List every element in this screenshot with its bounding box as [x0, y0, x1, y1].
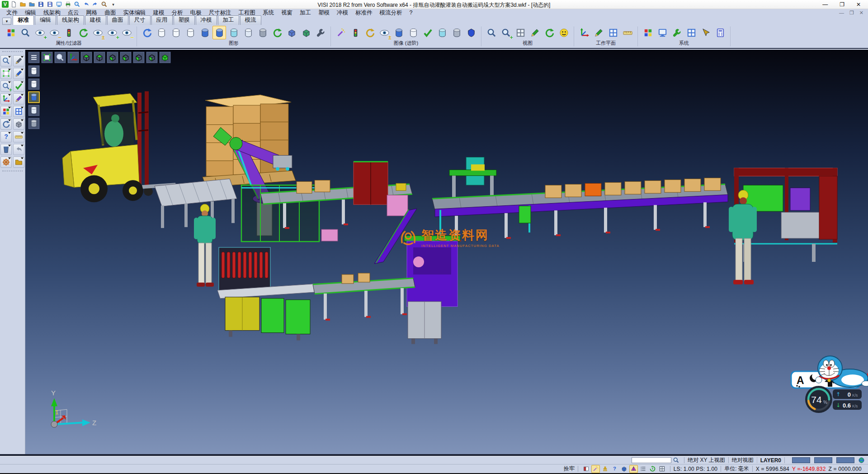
desktop-overlay-widget[interactable]: A	[761, 350, 868, 422]
menu-item[interactable]: 系统	[259, 9, 278, 17]
attr-brush-icon[interactable]	[4, 26, 18, 39]
dock-grip[interactable]	[2, 51, 23, 53]
multi-window-icon[interactable]	[658, 465, 666, 473]
view-right-icon[interactable]	[120, 52, 132, 63]
cpl-axis-icon[interactable]	[0, 93, 12, 104]
shaded-selected-icon[interactable]	[212, 26, 226, 39]
child-minimize-button[interactable]: —	[839, 10, 844, 16]
print-icon[interactable]	[64, 0, 72, 8]
menu-item[interactable]: 标准件	[352, 9, 376, 17]
confirm-check-icon[interactable]	[13, 81, 24, 92]
wp-sketch-icon[interactable]	[592, 26, 605, 39]
zoom-highlight-icon[interactable]	[0, 55, 12, 66]
adv-lights-icon[interactable]	[349, 26, 362, 39]
adv-cone-icon[interactable]	[464, 26, 478, 39]
render-tools-icon[interactable]	[314, 26, 327, 39]
ribbon-tab[interactable]: 加工	[218, 15, 239, 25]
view-mode-selector[interactable]: 绝对 XY 上视图	[688, 456, 725, 464]
visibility-refresh-icon[interactable]	[76, 26, 90, 39]
adv-toggle-icon[interactable]: ±	[377, 26, 391, 39]
absolute-view-selector[interactable]: 绝对视图	[732, 456, 754, 464]
view-sketch-icon[interactable]	[528, 26, 542, 39]
show-toggle-icon[interactable]: ±	[91, 26, 104, 39]
adv-shaded-icon[interactable]	[392, 26, 406, 39]
solid-copy-icon[interactable]	[285, 26, 298, 39]
help-icon[interactable]	[0, 131, 12, 142]
sys-colors-icon[interactable]	[641, 26, 655, 39]
show-add-icon[interactable]: +	[33, 26, 47, 39]
ribbon-tab[interactable]: 线架构	[57, 15, 84, 25]
filter-lights-icon[interactable]	[62, 26, 75, 39]
restore-button[interactable]: ❐	[840, 1, 844, 8]
adv-refresh-icon[interactable]	[363, 26, 377, 39]
regen-solid-icon[interactable]	[270, 26, 284, 39]
wireframe-1-icon[interactable]	[155, 26, 168, 39]
snap-pyramid-icon[interactable]	[629, 465, 638, 473]
wp-axes-icon[interactable]	[577, 26, 591, 39]
ribbon-tab[interactable]: 编辑	[35, 15, 56, 25]
viewport-3d[interactable]: 1 Y Z 智造资料网	[25, 50, 868, 454]
fit-frame-icon[interactable]	[0, 68, 12, 79]
sys-settings-icon[interactable]	[670, 26, 684, 39]
render-wire-a-icon[interactable]	[28, 65, 40, 77]
minimize-button[interactable]: —	[822, 1, 828, 8]
lock-book-icon[interactable]	[582, 465, 590, 473]
ribbon-tab[interactable]: 曲面	[107, 15, 128, 25]
zoom-window-icon[interactable]: +	[499, 26, 513, 39]
undo-op-icon[interactable]	[13, 144, 24, 155]
close-button[interactable]: ✕	[856, 1, 861, 8]
regen-view-icon[interactable]	[0, 118, 12, 130]
menu-item[interactable]: 模流分析	[376, 9, 406, 17]
attr-stamp-icon[interactable]	[601, 465, 609, 473]
view-top-icon[interactable]	[80, 52, 92, 63]
adv-verify-icon[interactable]	[421, 26, 434, 39]
tab-dropdown-icon[interactable]: ▾	[2, 18, 11, 25]
new-file-icon[interactable]	[10, 0, 18, 8]
view-face-icon[interactable]	[557, 26, 571, 39]
status-search-input[interactable]	[632, 457, 671, 463]
quick-access-more-icon[interactable]: ▾	[109, 0, 117, 8]
navigate-wheel-icon[interactable]	[0, 156, 12, 168]
item-list-icon[interactable]	[639, 465, 647, 473]
status-help-icon[interactable]	[610, 465, 619, 473]
child-restore-button[interactable]: ❐	[849, 10, 854, 16]
zoom-all-icon[interactable]	[485, 26, 498, 39]
adv-wire-icon[interactable]	[450, 26, 463, 39]
redo-icon[interactable]	[91, 0, 99, 8]
cpu-gauge[interactable]: 74 %	[804, 385, 834, 414]
adv-pale-icon[interactable]	[406, 26, 420, 39]
show-remove-icon[interactable]: −	[47, 26, 61, 39]
render-shaded-icon[interactable]	[28, 91, 40, 103]
delete-icon[interactable]	[0, 144, 12, 155]
solid-import-icon[interactable]	[299, 26, 313, 39]
auto-rotate-icon[interactable]	[648, 465, 657, 473]
menu-item[interactable]: 冲模	[333, 9, 352, 17]
ribbon-tab[interactable]: 塑膜	[174, 15, 195, 25]
solid-box-icon[interactable]	[13, 118, 24, 130]
sys-display-icon[interactable]	[656, 26, 669, 39]
show-plus-icon[interactable]: +	[105, 26, 119, 39]
render-hidden-icon[interactable]	[28, 118, 40, 129]
render-pale-icon[interactable]	[28, 104, 40, 116]
menu-item[interactable]: 视窗	[278, 9, 296, 17]
wp-grid-icon[interactable]	[606, 26, 620, 39]
view-isometric-icon[interactable]	[159, 52, 171, 63]
zoom-plus-icon[interactable]: +	[0, 81, 12, 92]
ribbon-tab-active[interactable]: 标准	[13, 15, 34, 25]
view-left-icon[interactable]	[133, 52, 145, 63]
status-search-icon[interactable]	[672, 456, 680, 465]
view-cycle-icon[interactable]	[542, 26, 556, 39]
save-as-icon[interactable]	[46, 0, 54, 8]
curve-edit-icon[interactable]	[13, 68, 24, 79]
window-view-icon[interactable]	[13, 106, 24, 117]
wp-measure-icon[interactable]	[621, 26, 634, 39]
child-close-button[interactable]: ✕	[859, 10, 863, 16]
ribbon-tab[interactable]: 冲模	[196, 15, 217, 25]
redraw-icon[interactable]	[140, 26, 154, 39]
shaded-cyan-icon[interactable]	[227, 26, 241, 39]
shaded-pale-icon[interactable]	[241, 26, 255, 39]
view-menu-icon[interactable]	[28, 52, 40, 63]
cpl-indicator-icon[interactable]	[67, 52, 79, 63]
save-file-icon[interactable]	[37, 0, 45, 8]
open-model-icon[interactable]	[13, 156, 24, 168]
